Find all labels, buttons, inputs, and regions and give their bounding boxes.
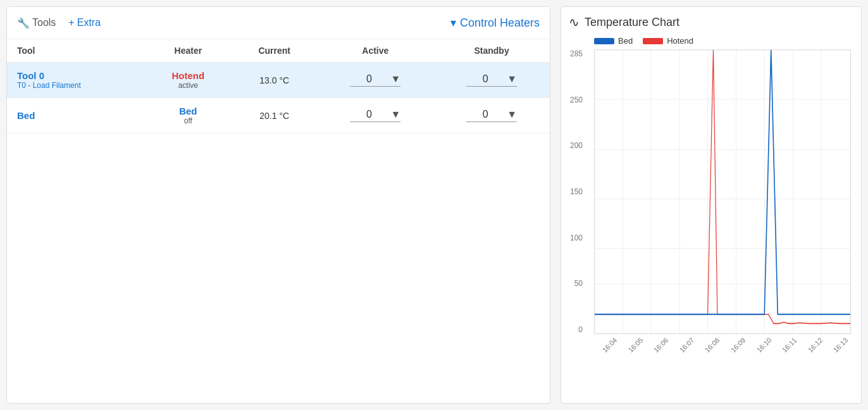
chart-y-axis: 050100150200250285 (570, 49, 583, 334)
standby-dropdown-arrow[interactable]: ▼ (507, 73, 517, 85)
heater-status: active (155, 81, 221, 90)
x-axis-label: 16:04 (598, 333, 626, 361)
table-header-row: Tool Heater Current Active Standby (7, 39, 550, 63)
active-dropdown-arrow[interactable]: ▼ (390, 109, 400, 120)
heater-name: Hotend (155, 70, 221, 81)
x-axis-label: 16:10 (752, 333, 780, 361)
current-temp-value: 13.0 °C (259, 75, 289, 85)
active-cell[interactable]: 0 ▼ (317, 63, 433, 98)
legend-hotend-label: Hotend (667, 36, 693, 46)
dropdown-arrow-icon: ▾ (450, 16, 456, 30)
col-standby: Standby (433, 39, 550, 63)
col-heater: Heater (145, 39, 232, 63)
current-temp-value: 20.1 °C (259, 111, 289, 121)
active-value: 0 (350, 109, 388, 120)
x-axis-label: 16:12 (803, 333, 831, 361)
active-dropdown-arrow[interactable]: ▼ (390, 73, 400, 85)
legend-bed-label: Bed (618, 36, 633, 46)
control-heaters-button[interactable]: ▾ Control Heaters (450, 16, 540, 30)
col-current: Current (232, 39, 317, 63)
main-container: 🔧 Tools + Extra ▾ Control Heaters Tool H… (0, 0, 868, 410)
x-axis-label: 16:06 (649, 333, 677, 361)
tool-name: Tool 0 (17, 70, 135, 81)
standby-cell[interactable]: 0 ▼ (433, 63, 550, 98)
tool-sub[interactable]: T0 - Load Filament (17, 81, 135, 90)
tool-name: Bed (17, 110, 135, 121)
heater-cell: Hotend active (145, 63, 232, 98)
heater-table: Tool Heater Current Active Standby Tool … (7, 39, 550, 134)
toolbar: 🔧 Tools + Extra ▾ Control Heaters (7, 7, 550, 39)
current-temp-cell: 20.1 °C (232, 98, 317, 134)
chart-title-label: Temperature Chart (585, 16, 679, 29)
active-cell[interactable]: 0 ▼ (317, 98, 433, 134)
tool-cell: Tool 0T0 - Load Filament (7, 63, 145, 98)
hotend-line (595, 50, 850, 323)
y-axis-label: 250 (570, 96, 583, 104)
y-axis-label: 285 (570, 49, 583, 58)
bed-line (595, 50, 850, 314)
col-tool: Tool (7, 39, 145, 63)
standby-input-dropdown[interactable]: 0 ▼ (466, 109, 517, 122)
x-axis-label: 16:05 (624, 333, 652, 361)
chart-x-axis: 16:0416:0516:0616:0716:0816:0916:1016:11… (594, 337, 851, 356)
y-axis-label: 100 (570, 233, 583, 242)
y-axis-label: 150 (570, 187, 583, 196)
left-panel: 🔧 Tools + Extra ▾ Control Heaters Tool H… (6, 6, 550, 404)
x-axis-label: 16:07 (675, 333, 703, 361)
y-axis-label: 200 (570, 141, 583, 150)
standby-value: 0 (466, 73, 504, 85)
heater-cell: Bed off (145, 98, 232, 134)
y-axis-label: 0 (578, 325, 583, 334)
heater-name: Bed (155, 106, 221, 116)
active-input-dropdown[interactable]: 0 ▼ (350, 109, 400, 122)
chart-title: ∿ Temperature Chart (569, 15, 853, 30)
extra-menu[interactable]: + Extra (68, 17, 101, 28)
x-axis-label: 16:13 (829, 333, 857, 361)
chart-legend: Bed Hotend (594, 36, 853, 46)
chart-icon: ∿ (569, 15, 580, 30)
chart-area: 050100150200250285 (594, 49, 851, 353)
y-axis-label: 50 (574, 279, 583, 288)
legend-hotend-color (643, 38, 663, 44)
standby-cell[interactable]: 0 ▼ (433, 98, 550, 134)
wrench-icon: 🔧 (17, 17, 30, 29)
tool-cell: Bed (7, 98, 145, 134)
control-heaters-label: Control Heaters (460, 16, 540, 30)
x-axis-label: 16:08 (700, 333, 728, 361)
table-row: BedBed off20.1 °C 0 ▼ 0 ▼ (7, 98, 550, 134)
standby-dropdown-arrow[interactable]: ▼ (507, 109, 517, 120)
x-axis-label: 16:11 (778, 333, 805, 361)
current-temp-cell: 13.0 °C (232, 63, 317, 98)
right-panel: ∿ Temperature Chart Bed Hotend 050100150… (561, 6, 862, 404)
tools-menu[interactable]: 🔧 Tools (17, 17, 56, 29)
x-axis-label: 16:09 (726, 333, 754, 361)
extra-label: Extra (77, 17, 101, 28)
standby-input-dropdown[interactable]: 0 ▼ (466, 73, 517, 87)
active-input-dropdown[interactable]: 0 ▼ (350, 73, 400, 87)
standby-value: 0 (466, 109, 504, 120)
legend-hotend: Hotend (643, 36, 693, 46)
plus-icon: + (68, 17, 74, 28)
table-row: Tool 0T0 - Load FilamentHotend active13.… (7, 63, 550, 98)
legend-bed-color (594, 38, 614, 44)
temperature-chart-svg (594, 49, 851, 334)
heater-status: off (155, 116, 221, 125)
col-active: Active (317, 39, 433, 63)
tools-label: Tools (32, 17, 56, 28)
active-value: 0 (350, 73, 388, 85)
legend-bed: Bed (594, 36, 633, 46)
